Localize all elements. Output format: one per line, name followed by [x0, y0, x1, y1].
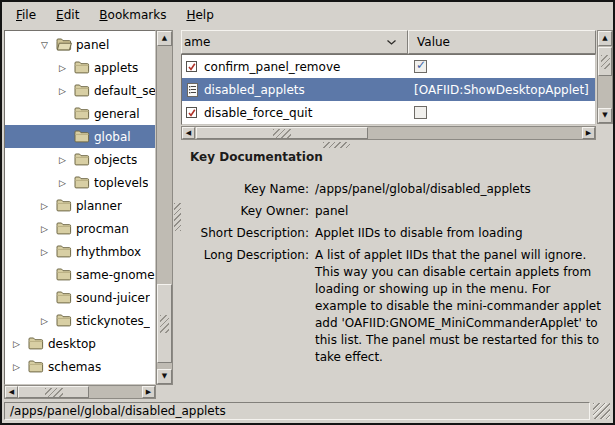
tree-row-label: same-gnome — [76, 268, 155, 282]
key-row-disabled-applets[interactable]: disabled_applets[OAFIID:ShowDesktopApple… — [182, 78, 595, 101]
expander-closed-icon[interactable]: ▷ — [41, 247, 56, 257]
expander-closed-icon[interactable]: ▷ — [59, 155, 74, 165]
thumb-grip-icon — [273, 129, 291, 138]
tree-row-label: procman — [76, 222, 129, 236]
folder-open-icon — [56, 38, 72, 51]
arrow-up-icon: ▲ — [162, 35, 167, 42]
menu-item-bookmarks[interactable]: Bookmarks — [89, 6, 176, 24]
menu-item-help[interactable]: Help — [176, 6, 223, 24]
expander-closed-icon[interactable]: ▷ — [41, 316, 56, 326]
tree-row-sound-juicer[interactable]: sound-juicer — [5, 286, 155, 309]
scroll-left-button[interactable]: ◀ — [5, 386, 18, 398]
pane-splitter-handle[interactable] — [174, 203, 181, 231]
menu-item-label: ookmarks — [108, 8, 167, 22]
scroll-left-button[interactable]: ◀ — [182, 127, 195, 139]
expander-closed-icon[interactable]: ▷ — [41, 201, 56, 211]
doc-field-label: Key Name: — [181, 181, 309, 198]
tree-row-global[interactable]: global — [5, 125, 155, 148]
menu-item-edit[interactable]: Edit — [46, 6, 89, 24]
tree-row-label: general — [94, 107, 140, 121]
key-row-confirm-panel-remove[interactable]: confirm_panel_remove✓ — [182, 55, 595, 78]
expander-closed-icon[interactable]: ▷ — [13, 362, 28, 372]
doc-field-label: Key Owner: — [181, 203, 309, 220]
key-value-cell — [408, 101, 595, 124]
tree-row-stickynotes[interactable]: ▷stickynotes_ — [5, 309, 155, 332]
scrollbar-thumb[interactable] — [18, 386, 89, 398]
folder-icon — [74, 61, 90, 74]
folder-icon — [56, 199, 72, 212]
column-header-name[interactable]: ame — [181, 30, 408, 54]
expander-open-icon[interactable]: ▽ — [41, 40, 56, 50]
expander-closed-icon[interactable]: ▷ — [41, 224, 56, 234]
key-name-label: disable_force_quit — [204, 106, 312, 120]
statusbar-text: /apps/panel/global/disabled_applets — [4, 402, 590, 420]
key-row-disable-force-quit[interactable]: disable_force_quit — [182, 101, 595, 124]
scrollbar-thumb[interactable] — [598, 47, 612, 76]
key-name-cell: disable_force_quit — [182, 101, 408, 124]
tree-row-label: panel — [76, 38, 109, 52]
list-horizontal-scrollbar[interactable]: ◀ ▶ — [181, 126, 596, 140]
key-list-header: ame Value — [181, 30, 596, 54]
window-resize-grip[interactable] — [593, 403, 610, 419]
tree-row-schemas[interactable]: ▷schemas — [5, 355, 155, 378]
tree-row-panel[interactable]: ▽panel — [5, 33, 155, 56]
tree-row-toplevels[interactable]: ▷toplevels — [5, 171, 155, 194]
tree-vertical-scrollbar[interactable]: ▲ ▼ — [156, 30, 173, 385]
tree-row-general[interactable]: general — [5, 102, 155, 125]
tree-panel: ▽panel▷applets▷default_segeneralglobal▷o… — [4, 30, 156, 385]
tree-row-desktop[interactable]: ▷desktop — [5, 332, 155, 355]
key-list: confirm_panel_remove✓disabled_applets[OA… — [181, 54, 596, 125]
folder-icon — [74, 153, 90, 166]
arrow-down-icon: ▼ — [602, 112, 607, 119]
tree-row-same-gnome[interactable]: same-gnome — [5, 263, 155, 286]
tree-row-label: objects — [94, 153, 137, 167]
expander-closed-icon[interactable]: ▷ — [59, 63, 74, 73]
value-checkbox[interactable] — [414, 106, 427, 119]
statusbar: /apps/panel/global/disabled_applets — [2, 400, 613, 423]
scroll-right-button[interactable]: ▶ — [582, 127, 595, 139]
menu-item-label: B — [99, 8, 107, 22]
gconf-editor-window: FileEditBookmarksHelp ▽panel▷applets▷def… — [0, 0, 615, 425]
doc-field: Short Description:Applet IIDs to disable… — [181, 225, 605, 242]
folder-icon — [74, 107, 90, 120]
scroll-up-button[interactable]: ▲ — [157, 31, 172, 46]
scroll-down-button[interactable]: ▼ — [598, 108, 612, 123]
arrow-left-icon: ◀ — [186, 130, 191, 137]
folder-icon — [56, 222, 72, 235]
folder-icon — [28, 337, 44, 350]
expander-closed-icon[interactable]: ▷ — [59, 86, 74, 96]
tree-row-applets[interactable]: ▷applets — [5, 56, 155, 79]
tree-row-default-se[interactable]: ▷default_se — [5, 79, 155, 102]
doc-field-value: /apps/panel/global/disabled_applets — [315, 181, 605, 198]
scroll-up-button[interactable]: ▲ — [598, 31, 612, 46]
column-header-value[interactable]: Value — [408, 30, 596, 54]
list-vertical-scrollbar[interactable]: ▲ ▼ — [597, 30, 613, 124]
scrollbar-thumb[interactable] — [196, 127, 368, 139]
tree-row-rhythmbox[interactable]: ▷rhythmbox — [5, 240, 155, 263]
expander-closed-icon[interactable]: ▷ — [59, 178, 74, 188]
tree-row-planner[interactable]: ▷planner — [5, 194, 155, 217]
tree-rows: ▽panel▷applets▷default_segeneralglobal▷o… — [5, 31, 155, 384]
key-name-cell: disabled_applets — [182, 78, 408, 101]
arrow-up-icon: ▲ — [602, 35, 607, 42]
value-checkbox[interactable]: ✓ — [414, 60, 427, 73]
key-value-cell: ✓ — [408, 55, 595, 78]
tree-row-procman[interactable]: ▷procman — [5, 217, 155, 240]
tree-horizontal-scrollbar[interactable]: ◀ ▶ — [4, 385, 156, 399]
expander-closed-icon[interactable]: ▷ — [13, 339, 28, 349]
tree-row-objects[interactable]: ▷objects — [5, 148, 155, 171]
menu-item-file[interactable]: File — [6, 6, 46, 24]
doc-field-label: Short Description: — [181, 225, 309, 242]
folder-icon — [74, 130, 90, 143]
scroll-right-button[interactable]: ▶ — [142, 386, 155, 398]
scroll-down-button[interactable]: ▼ — [157, 369, 172, 384]
thumb-grip-icon — [45, 388, 63, 397]
scrollbar-thumb[interactable] — [157, 284, 172, 363]
doc-field-label: Long Description: — [181, 247, 309, 366]
doc-splitter-handle[interactable] — [323, 142, 350, 148]
key-name-label: confirm_panel_remove — [204, 60, 340, 74]
arrow-left-icon: ◀ — [9, 389, 14, 396]
doc-fields: Key Name:/apps/panel/global/disabled_app… — [181, 181, 605, 371]
doc-field: Long Description:A list of applet IIDs t… — [181, 247, 605, 366]
tree-row-label: default_se — [94, 84, 155, 98]
